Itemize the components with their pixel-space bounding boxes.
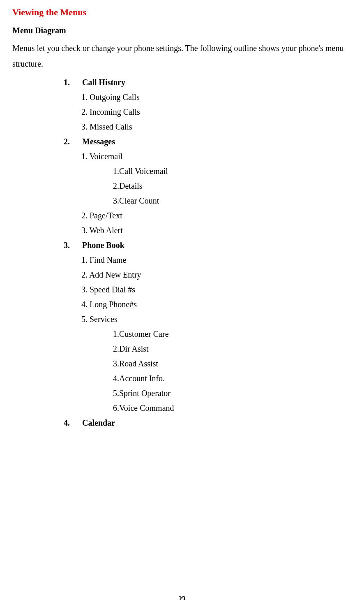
menu-item: 2. Page/Text (81, 208, 352, 223)
submenu-item: 4.Account Info. (113, 371, 352, 386)
section-4-header: 4. Calendar (12, 415, 352, 430)
menu-item: 2. Add New Entry (81, 267, 352, 282)
section-number: 1. (64, 75, 80, 90)
intro-text: Menus let you check or change your phone… (12, 40, 352, 72)
menu-item: 3. Web Alert (81, 223, 352, 238)
submenu-item: 1.Customer Care (113, 327, 352, 341)
section-title: Phone Book (82, 241, 124, 250)
section-number: 4. (64, 415, 80, 430)
menu-item: 1. Voicemail (81, 149, 352, 164)
submenu-item: 2.Dir Asist (113, 341, 352, 356)
submenu-item: 3.Road Assist (113, 356, 352, 371)
section-title: Calendar (82, 418, 115, 427)
menu-item: 5. Services (81, 312, 352, 327)
submenu-item: 2.Details (113, 178, 352, 193)
menu-item: 1. Find Name (81, 253, 352, 267)
submenu-item: 5.Sprint Operator (113, 386, 352, 401)
menu-item: 4. Long Phone#s (81, 297, 352, 312)
menu-item: 3. Speed Dial #s (81, 282, 352, 297)
submenu-item: 1.Call Voicemail (113, 164, 352, 178)
menu-item: 2. Incoming Calls (81, 104, 352, 119)
section-title: Call History (82, 78, 125, 87)
subtitle: Menu Diagram (12, 23, 352, 38)
menu-item: 3. Missed Calls (81, 119, 352, 134)
main-title: Viewing the Menus (12, 4, 352, 21)
section-1-header: 1. Call History (12, 75, 352, 90)
page-number: 23 (12, 593, 352, 600)
submenu-item: 3.Clear Count (113, 193, 352, 208)
menu-item: 1. Outgoing Calls (81, 90, 352, 104)
section-title: Messages (82, 137, 115, 146)
section-number: 3. (64, 238, 80, 253)
submenu-item: 6.Voice Command (113, 401, 352, 415)
section-3-header: 3. Phone Book (12, 238, 352, 253)
section-number: 2. (64, 134, 80, 149)
section-2-header: 2. Messages (12, 134, 352, 149)
